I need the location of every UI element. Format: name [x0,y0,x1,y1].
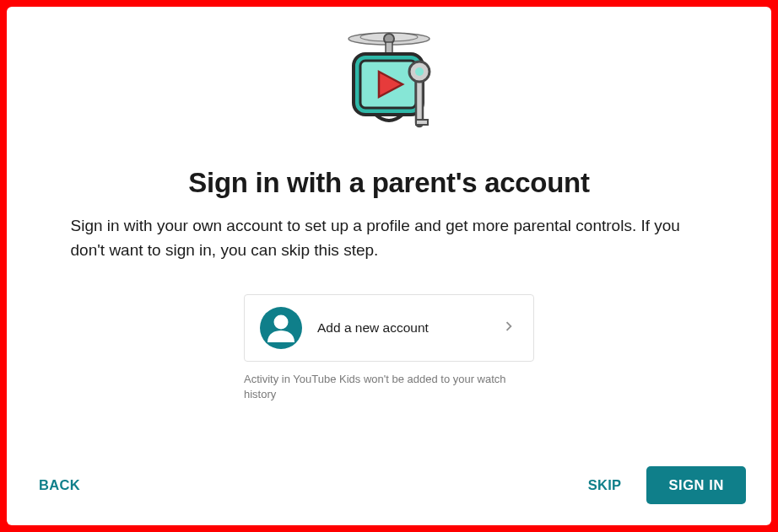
skip-button[interactable]: SKIP [581,469,629,502]
back-button[interactable]: BACK [32,469,87,502]
add-account-card[interactable]: Add a new account [244,294,534,362]
chevron-right-icon [500,317,518,339]
add-account-label: Add a new account [317,320,500,336]
watch-history-disclaimer: Activity in YouTube Kids won't be added … [244,372,534,402]
svg-rect-3 [386,42,392,54]
dialog-content: Sign in with a parent's account Sign in … [7,7,771,470]
dialog-subtitle: Sign in with your own account to set up … [71,214,708,262]
dialog-heading: Sign in with a parent's account [188,167,589,199]
person-icon [260,307,302,349]
sign-in-button[interactable]: SIGN IN [646,466,746,504]
svg-point-12 [274,315,289,330]
svg-rect-10 [416,120,428,125]
dialog-footer: BACK SKIP SIGN IN [7,470,771,525]
parent-signin-dialog: Sign in with a parent's account Sign in … [7,7,771,525]
tv-key-illustration [338,25,440,143]
svg-point-9 [415,67,424,76]
